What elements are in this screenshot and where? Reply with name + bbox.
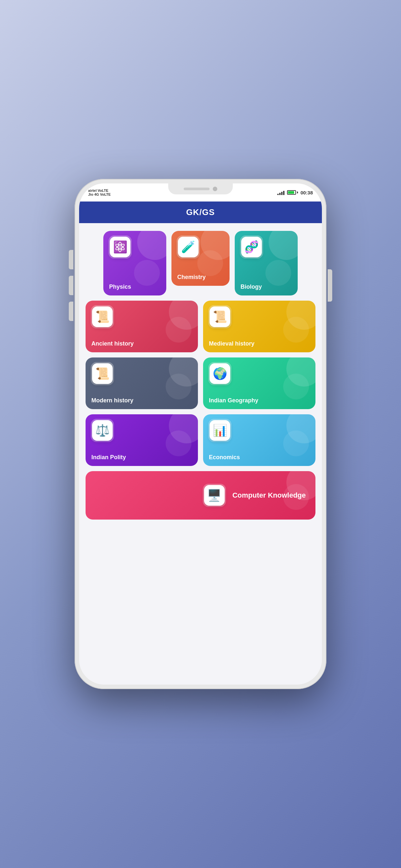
physics-card[interactable]: ⚛️ Physics bbox=[103, 231, 166, 296]
geography-icon: 🌍 bbox=[210, 363, 230, 384]
carrier2-label: Jio 4G VoLTE bbox=[88, 192, 111, 196]
ancient-history-icon: 📜 bbox=[92, 306, 113, 327]
front-camera bbox=[213, 187, 217, 191]
geography-icon-wrap: 🌍 bbox=[208, 362, 232, 385]
battery-fill bbox=[288, 191, 295, 194]
biology-icon: 🧬 bbox=[241, 237, 262, 257]
biology-icon-wrap: 🧬 bbox=[240, 236, 263, 259]
medieval-history-icon-wrap: 📜 bbox=[208, 305, 232, 329]
signal-icon bbox=[277, 190, 284, 195]
status-right: 00:38 bbox=[277, 190, 313, 195]
modern-history-card[interactable]: 📜 Modern history bbox=[86, 358, 198, 409]
chemistry-label: Chemistry bbox=[177, 274, 206, 281]
modern-history-icon-wrap: 📜 bbox=[91, 362, 114, 385]
ancient-history-label: Ancient history bbox=[91, 340, 134, 347]
app-bar: GK/GS bbox=[79, 202, 322, 223]
time-display: 00:38 bbox=[301, 190, 313, 195]
physics-label: Physics bbox=[109, 283, 131, 290]
main-content: ⚛️ Physics 🧪 Chemistry 🧬 bbox=[79, 223, 322, 685]
computer-icon: 🖥️ bbox=[204, 485, 225, 506]
polity-label: Indian Polity bbox=[91, 454, 126, 461]
indian-polity-card[interactable]: ⚖️ Indian Polity bbox=[86, 414, 198, 466]
physics-icon: ⚛️ bbox=[110, 237, 130, 257]
geography-label: Indian Geography bbox=[209, 397, 258, 404]
modern-history-icon: 📜 bbox=[92, 363, 113, 384]
notch bbox=[168, 183, 233, 194]
biology-card[interactable]: 🧬 Biology bbox=[235, 231, 298, 296]
physics-icon-wrap: ⚛️ bbox=[109, 236, 132, 259]
medieval-history-icon: 📜 bbox=[210, 306, 230, 327]
chemistry-icon-wrap: 🧪 bbox=[177, 236, 200, 259]
notch-pill bbox=[184, 188, 210, 190]
computer-knowledge-card[interactable]: 🖥️ Computer Knowledge bbox=[86, 471, 315, 520]
chemistry-icon: 🧪 bbox=[178, 237, 198, 257]
ancient-history-card[interactable]: 📜 Ancient history bbox=[86, 301, 198, 352]
status-bar: airtel VoLTE Jio 4G VoLTE 00:38 bbox=[79, 183, 322, 202]
biology-label: Biology bbox=[241, 283, 262, 290]
modern-history-label: Modern history bbox=[91, 397, 133, 404]
chemistry-container: 🧪 Chemistry bbox=[172, 231, 229, 289]
chemistry-card[interactable]: 🧪 Chemistry bbox=[172, 231, 229, 286]
battery-indicator bbox=[287, 190, 298, 195]
indian-geography-card[interactable]: 🌍 Indian Geography bbox=[203, 358, 315, 409]
app-title: GK/GS bbox=[186, 207, 215, 217]
battery-tip bbox=[297, 191, 298, 193]
history-row-1: 📜 Ancient history 📜 Medieval history bbox=[86, 301, 315, 352]
carrier1-label: airtel VoLTE bbox=[88, 189, 111, 192]
medieval-history-card[interactable]: 📜 Medieval history bbox=[203, 301, 315, 352]
top-section: ⚛️ Physics 🧪 Chemistry 🧬 bbox=[86, 231, 315, 296]
history-row-2: 📜 Modern history 🌍 Indian Geography bbox=[86, 358, 315, 409]
battery-body bbox=[287, 190, 296, 195]
polity-icon: ⚖️ bbox=[92, 420, 113, 441]
economics-label: Economics bbox=[209, 454, 240, 461]
phone-screen: airtel VoLTE Jio 4G VoLTE 00:38 bbox=[79, 183, 322, 685]
economics-icon: 📊 bbox=[210, 420, 230, 441]
phone-frame: airtel VoLTE Jio 4G VoLTE 00:38 bbox=[74, 179, 327, 689]
economics-card[interactable]: 📊 Economics bbox=[203, 414, 315, 466]
polity-icon-wrap: ⚖️ bbox=[91, 419, 114, 442]
carrier-info: airtel VoLTE Jio 4G VoLTE bbox=[88, 189, 111, 196]
polity-row: ⚖️ Indian Polity 📊 Economics bbox=[86, 414, 315, 466]
ancient-history-icon-wrap: 📜 bbox=[91, 305, 114, 329]
computer-icon-wrap: 🖥️ bbox=[203, 484, 226, 507]
computer-label: Computer Knowledge bbox=[233, 491, 306, 500]
economics-icon-wrap: 📊 bbox=[208, 419, 232, 442]
medieval-history-label: Medieval history bbox=[209, 340, 254, 347]
